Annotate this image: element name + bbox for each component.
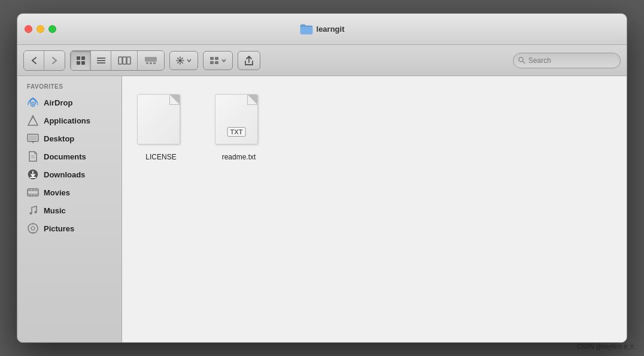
svg-rect-13 <box>153 62 156 64</box>
title-center: learngit <box>300 24 345 35</box>
back-button[interactable] <box>24 51 44 70</box>
svg-rect-24 <box>29 135 37 140</box>
sidebar-item-movies[interactable]: Movies <box>17 183 121 201</box>
svg-rect-12 <box>150 62 152 64</box>
main-area: FAVORITES AirDrop <box>17 76 627 342</box>
title-bar: learngit <box>17 14 627 45</box>
minimize-button[interactable] <box>37 25 44 33</box>
share-icon <box>244 55 254 66</box>
svg-point-43 <box>28 224 38 233</box>
grid-icon <box>76 56 86 65</box>
column-icon <box>118 56 131 65</box>
file-readme[interactable]: TXT readme.txt <box>212 94 266 162</box>
svg-rect-8 <box>123 57 126 64</box>
svg-rect-18 <box>215 61 218 64</box>
downloads-label: Downloads <box>44 170 85 179</box>
svg-rect-1 <box>81 56 85 60</box>
sidebar-item-applications[interactable]: Applications <box>17 111 121 129</box>
sidebar-item-downloads[interactable]: Downloads <box>17 165 121 183</box>
svg-point-14 <box>179 59 182 62</box>
traffic-lights <box>25 25 56 33</box>
search-input[interactable] <box>528 56 615 65</box>
view-column-button[interactable] <box>111 51 138 70</box>
svg-rect-0 <box>77 56 80 60</box>
svg-rect-11 <box>146 62 148 64</box>
share-button[interactable] <box>238 51 260 70</box>
svg-rect-3 <box>81 61 85 65</box>
license-icon <box>137 94 185 148</box>
arrange-button[interactable] <box>203 51 233 70</box>
svg-point-42 <box>35 211 37 213</box>
sidebar: FAVORITES AirDrop <box>17 76 122 342</box>
cover-icon <box>144 56 157 65</box>
maximize-button[interactable] <box>48 25 56 33</box>
airdrop-label: AirDrop <box>44 98 72 107</box>
documents-label: Documents <box>44 152 86 161</box>
arrange-icon <box>209 56 219 65</box>
airdrop-icon <box>27 96 39 108</box>
svg-line-20 <box>523 61 525 64</box>
svg-point-41 <box>30 212 32 215</box>
documents-icon <box>27 150 39 162</box>
music-label: Music <box>44 206 66 215</box>
svg-rect-16 <box>215 57 218 60</box>
sidebar-item-music[interactable]: Music <box>17 201 121 219</box>
sidebar-item-airdrop[interactable]: AirDrop <box>17 93 121 111</box>
window-title: learngit <box>317 25 345 34</box>
readme-icon: TXT <box>215 94 263 148</box>
close-button[interactable] <box>25 25 32 33</box>
svg-point-22 <box>32 104 34 105</box>
sidebar-item-documents[interactable]: Documents <box>17 147 121 165</box>
svg-rect-7 <box>119 57 122 64</box>
favorites-label: FAVORITES <box>17 83 121 93</box>
svg-rect-15 <box>210 57 214 60</box>
applications-icon <box>27 114 39 126</box>
pictures-label: Pictures <box>44 224 74 233</box>
finder-window: learngit <box>17 13 627 343</box>
back-icon <box>31 56 37 65</box>
desktop-label: Desktop <box>44 134 74 143</box>
license-page <box>137 94 180 144</box>
svg-point-44 <box>31 227 35 230</box>
svg-rect-9 <box>127 57 130 64</box>
view-grid-button[interactable] <box>71 51 91 70</box>
view-list-button[interactable] <box>91 51 111 70</box>
file-license[interactable]: LICENSE <box>134 94 188 162</box>
toolbar <box>17 45 627 76</box>
file-type-badge: TXT <box>227 127 246 137</box>
movies-icon <box>27 186 39 198</box>
movies-label: Movies <box>44 188 70 197</box>
forward-button[interactable] <box>44 51 65 70</box>
sidebar-item-desktop[interactable]: Desktop <box>17 129 121 147</box>
search-box <box>513 53 621 68</box>
license-name: LICENSE <box>145 153 176 162</box>
readme-page: TXT <box>215 94 258 144</box>
search-icon <box>518 56 525 64</box>
forward-icon <box>51 56 57 65</box>
music-icon <box>27 204 39 216</box>
view-cover-button[interactable] <box>138 51 164 70</box>
desktop-icon <box>27 132 39 144</box>
pictures-icon <box>27 222 39 234</box>
downloads-icon <box>27 168 39 180</box>
nav-buttons <box>23 50 65 71</box>
applications-label: Applications <box>44 116 90 125</box>
gear-icon <box>176 56 184 65</box>
content-area: LICENSE TXT readme.txt <box>122 76 627 342</box>
chevron-down-icon2 <box>221 59 226 62</box>
svg-rect-10 <box>145 57 157 62</box>
readme-name: readme.txt <box>222 153 256 162</box>
action-button[interactable] <box>169 51 198 70</box>
svg-rect-2 <box>77 61 80 65</box>
list-icon <box>96 56 106 65</box>
view-buttons <box>70 50 165 71</box>
sidebar-item-pictures[interactable]: Pictures <box>17 219 121 237</box>
svg-rect-17 <box>210 61 214 64</box>
folder-icon <box>300 24 313 35</box>
chevron-down-icon <box>187 59 192 62</box>
